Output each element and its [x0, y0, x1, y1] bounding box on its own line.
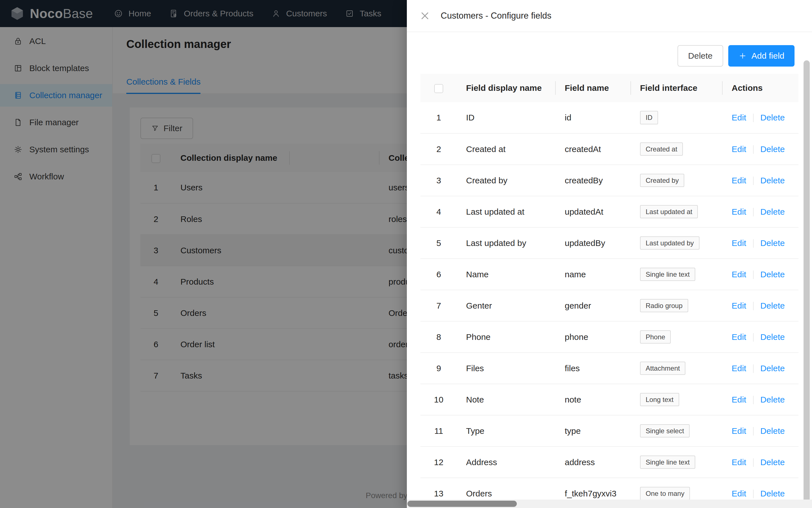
- close-icon[interactable]: [420, 11, 430, 21]
- field-display-name-cell: Last updated by: [457, 227, 556, 259]
- col-header-field-interface: Field interface: [631, 74, 723, 102]
- field-interface-tag: Phone: [640, 330, 671, 344]
- delete-link[interactable]: Delete: [760, 176, 785, 185]
- field-interface-cell: Attachment: [631, 352, 723, 384]
- edit-link[interactable]: Edit: [732, 489, 746, 498]
- field-interface-cell: Single line text: [631, 259, 723, 290]
- actions-cell: EditDelete: [723, 165, 799, 196]
- field-interface-tag: Created by: [640, 174, 684, 187]
- fields-table-row[interactable]: 13 Orders f_tkeh7gyxvi3 One to many Edit…: [420, 478, 799, 500]
- actions-cell: EditDelete: [723, 384, 799, 415]
- delete-link[interactable]: Delete: [760, 458, 785, 467]
- field-display-name-cell: Created at: [457, 133, 556, 165]
- delete-link[interactable]: Delete: [760, 144, 785, 154]
- action-divider: [753, 302, 754, 310]
- delete-link[interactable]: Delete: [760, 207, 785, 216]
- fields-table-row[interactable]: 3 Created by createdBy Created by EditDe…: [420, 165, 799, 196]
- action-divider: [753, 365, 754, 373]
- edit-link[interactable]: Edit: [732, 270, 746, 279]
- actions-cell: EditDelete: [723, 196, 799, 227]
- field-name-cell: createdBy: [556, 165, 631, 196]
- action-divider: [753, 490, 754, 498]
- field-interface-tag: Single line text: [640, 268, 695, 281]
- field-name-cell: name: [556, 259, 631, 290]
- field-name-cell: note: [556, 384, 631, 415]
- field-interface-cell: Last updated by: [631, 227, 723, 259]
- drawer-title: Customers - Configure fields: [441, 11, 551, 21]
- fields-table-row[interactable]: 6 Name name Single line text EditDelete: [420, 259, 799, 290]
- delete-link[interactable]: Delete: [760, 270, 785, 279]
- field-interface-cell: Single select: [631, 415, 723, 447]
- fields-table-row[interactable]: 2 Created at createdAt Created at EditDe…: [420, 133, 799, 165]
- actions-cell: EditDelete: [723, 478, 799, 500]
- actions-cell: EditDelete: [723, 321, 799, 352]
- drawer-header: Customers - Configure fields: [407, 0, 812, 32]
- delete-link[interactable]: Delete: [760, 332, 785, 342]
- field-interface-cell: Last updated at: [631, 196, 723, 227]
- row-index: 5: [420, 227, 457, 259]
- field-display-name-cell: Last updated at: [457, 196, 556, 227]
- field-display-name-cell: Genter: [457, 290, 556, 321]
- field-interface-tag: Radio group: [640, 299, 688, 312]
- delete-link[interactable]: Delete: [760, 364, 785, 373]
- delete-link[interactable]: Delete: [760, 489, 785, 498]
- fields-table-body: 1 ID id ID EditDelete 2 Created at creat…: [420, 102, 799, 500]
- fields-table-row[interactable]: 8 Phone phone Phone EditDelete: [420, 321, 799, 352]
- actions-cell: EditDelete: [723, 415, 799, 447]
- fields-table-row[interactable]: 4 Last updated at updatedAt Last updated…: [420, 196, 799, 227]
- field-display-name-cell: Name: [457, 259, 556, 290]
- edit-link[interactable]: Edit: [732, 458, 746, 467]
- field-display-name-cell: Type: [457, 415, 556, 447]
- add-field-button[interactable]: Add field: [728, 45, 795, 67]
- edit-link[interactable]: Edit: [732, 332, 746, 342]
- field-name-cell: f_tkeh7gyxvi3: [556, 478, 631, 500]
- delete-link[interactable]: Delete: [760, 301, 785, 310]
- field-display-name-cell: Note: [457, 384, 556, 415]
- action-divider: [753, 239, 754, 248]
- fields-table-row[interactable]: 7 Genter gender Radio group EditDelete: [420, 290, 799, 321]
- delete-button[interactable]: Delete: [678, 45, 723, 67]
- fields-table-row[interactable]: 11 Type type Single select EditDelete: [420, 415, 799, 447]
- delete-link[interactable]: Delete: [760, 426, 785, 435]
- field-name-cell: files: [556, 352, 631, 384]
- edit-link[interactable]: Edit: [732, 395, 746, 404]
- vertical-scrollbar-thumb[interactable]: [804, 60, 810, 500]
- edit-link[interactable]: Edit: [732, 207, 746, 216]
- row-index: 6: [420, 259, 457, 290]
- field-interface-tag: Last updated by: [640, 237, 700, 250]
- actions-cell: EditDelete: [723, 133, 799, 165]
- actions-cell: EditDelete: [723, 352, 799, 384]
- delete-link[interactable]: Delete: [760, 238, 785, 248]
- delete-link[interactable]: Delete: [760, 395, 785, 404]
- field-name-cell: gender: [556, 290, 631, 321]
- edit-link[interactable]: Edit: [732, 426, 746, 435]
- actions-cell: EditDelete: [723, 102, 799, 133]
- actions-cell: EditDelete: [723, 447, 799, 478]
- fields-table-row[interactable]: 10 Note note Long text EditDelete: [420, 384, 799, 415]
- fields-table-row[interactable]: 12 Address address Single line text Edit…: [420, 447, 799, 478]
- add-field-button-label: Add field: [751, 51, 784, 60]
- row-index: 2: [420, 133, 457, 165]
- edit-link[interactable]: Edit: [732, 176, 746, 185]
- field-interface-tag: Last updated at: [640, 205, 698, 219]
- delete-link[interactable]: Delete: [760, 113, 785, 122]
- edit-link[interactable]: Edit: [732, 364, 746, 373]
- action-divider: [753, 270, 754, 279]
- select-all-fields-checkbox[interactable]: [434, 84, 443, 93]
- edit-link[interactable]: Edit: [732, 144, 746, 154]
- edit-link[interactable]: Edit: [732, 301, 746, 310]
- drawer-toolbar: Delete Add field: [678, 45, 795, 67]
- edit-link[interactable]: Edit: [732, 238, 746, 248]
- col-header-field-display-name: Field display name: [457, 74, 556, 102]
- fields-table-row[interactable]: 1 ID id ID EditDelete: [420, 102, 799, 133]
- fields-table-row[interactable]: 5 Last updated by updatedBy Last updated…: [420, 227, 799, 259]
- action-divider: [753, 427, 754, 435]
- field-name-cell: updatedBy: [556, 227, 631, 259]
- fields-table-row[interactable]: 9 Files files Attachment EditDelete: [420, 352, 799, 384]
- horizontal-scrollbar-thumb[interactable]: [407, 501, 517, 507]
- horizontal-scrollbar-track[interactable]: [407, 500, 812, 508]
- edit-link[interactable]: Edit: [732, 113, 746, 122]
- action-divider: [753, 333, 754, 342]
- action-divider: [753, 396, 754, 404]
- field-display-name-cell: Address: [457, 447, 556, 478]
